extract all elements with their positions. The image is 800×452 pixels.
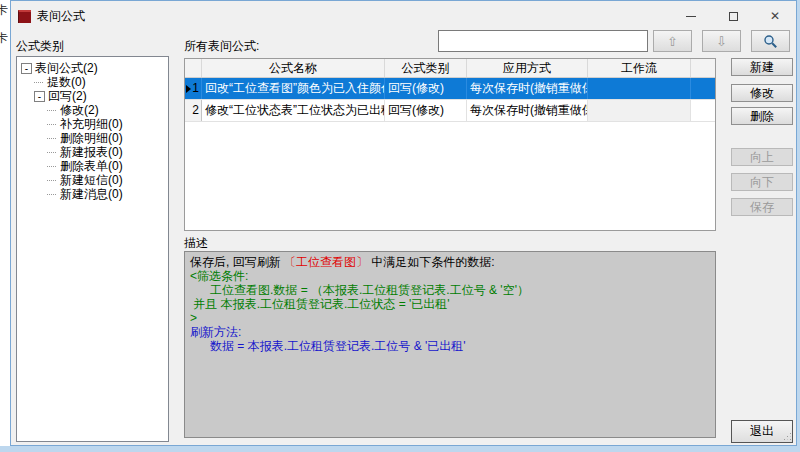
title-bar[interactable]: 表间公式 ✕ — [11, 1, 796, 31]
window-title: 表间公式 — [37, 8, 85, 25]
tree-item[interactable]: 删除表单(0) — [17, 159, 168, 173]
collapse-icon[interactable]: - — [21, 63, 32, 74]
cell-formula-type[interactable]: 回写(修改) — [385, 78, 467, 99]
table-row[interactable]: 1回改“工位查看图”颜色为已入住颜色回写(修改)每次保存时(撤销重做保 — [185, 78, 715, 100]
description-segment: 工位查看图.数据 = （本报表.工位租赁登记表.工位号 & '空'） — [190, 283, 529, 297]
move-up-button[interactable]: 向上 — [731, 148, 793, 166]
tree-item[interactable]: -表间公式(2) — [17, 61, 168, 75]
tree-branch-line — [47, 152, 56, 153]
description-segment: 保存后, 回写刷新 — [190, 255, 284, 269]
minimize-button[interactable] — [670, 1, 712, 31]
cell-formula-type[interactable]: 回写(修改) — [385, 100, 467, 121]
collapse-icon[interactable]: - — [34, 91, 45, 102]
tree-item-label: 表间公式(2) — [35, 61, 98, 75]
tree-branch-line — [47, 138, 56, 139]
cell-workflow[interactable] — [588, 78, 691, 99]
tree-branch-line — [47, 180, 56, 181]
tree-item[interactable]: 修改(2) — [17, 103, 168, 117]
screen: { "window": { "title": "表间公式", "minimize… — [0, 0, 800, 452]
formula-grid: 公式名称公式类别应用方式工作流 1回改“工位查看图”颜色为已入住颜色回写(修改)… — [184, 58, 716, 231]
background-window-left: 卡 卡 — [0, 0, 10, 446]
new-button[interactable]: 新建 — [731, 58, 793, 76]
background-text-fragment: 卡 — [0, 2, 8, 19]
arrow-up-icon: ⇧ — [667, 34, 678, 49]
cell-apply-mode[interactable]: 每次保存时(撤销重做保 — [467, 78, 588, 99]
cell-formula-name[interactable]: 修改“工位状态表”工位状态为已出租 — [202, 100, 385, 121]
arrow-down-icon: ⇩ — [716, 34, 727, 49]
search-button[interactable] — [751, 30, 790, 52]
category-label: 公式类别 — [16, 38, 64, 55]
minimize-icon — [686, 16, 696, 17]
description-segment: 中满足如下条件的数据: — [368, 255, 495, 269]
description-line: <筛选条件: — [190, 269, 710, 283]
tree-item[interactable]: 新建短信(0) — [17, 173, 168, 187]
tree-item[interactable]: 补充明细(0) — [17, 117, 168, 131]
tree-branch-line — [34, 82, 43, 83]
delete-button[interactable]: 删除 — [731, 107, 793, 125]
tree-branch-line — [47, 194, 56, 195]
tree-branch-line — [47, 124, 56, 125]
close-icon: ✕ — [770, 10, 780, 22]
app-icon — [18, 10, 31, 23]
tree-item-label: 新建短信(0) — [60, 173, 123, 187]
background-window-bottom — [0, 446, 800, 452]
close-button[interactable]: ✕ — [754, 1, 796, 31]
tree-item[interactable]: 提数(0) — [17, 75, 168, 89]
description-label: 描述 — [184, 235, 208, 252]
find-next-button[interactable]: ⇩ — [702, 30, 741, 52]
tree-item[interactable]: -回写(2) — [17, 89, 168, 103]
row-header-corner — [185, 59, 202, 77]
row-header[interactable]: 2 — [185, 100, 202, 121]
row-filler — [691, 78, 715, 99]
row-number: 2 — [192, 100, 199, 121]
tree-item-label: 删除明细(0) — [60, 131, 123, 145]
formula-dialog: 表间公式 ✕ 公式类别 所有表间公式: ⇧ ⇩ -表间公式(2)提数(0)-回写… — [10, 0, 797, 446]
description-line: 数据 = 本报表.工位租赁登记表.工位号 & '已出租' — [190, 339, 710, 353]
resize-grip-icon[interactable] — [787, 436, 788, 437]
column-header[interactable]: 公式名称 — [202, 59, 385, 77]
description-line: 工位查看图.数据 = （本报表.工位租赁登记表.工位号 & '空'） — [190, 283, 710, 297]
description-line: 保存后, 回写刷新 〔工位查看图〕 中满足如下条件的数据: — [190, 255, 710, 269]
table-row[interactable]: 2修改“工位状态表”工位状态为已出租回写(修改)每次保存时(撤销重做保 — [185, 100, 715, 122]
grid-body: 1回改“工位查看图”颜色为已入住颜色回写(修改)每次保存时(撤销重做保2修改“工… — [185, 78, 715, 122]
tree-item[interactable]: 删除明细(0) — [17, 131, 168, 145]
description-segment: > — [190, 311, 197, 325]
current-row-icon — [186, 85, 191, 93]
row-header[interactable]: 1 — [185, 78, 202, 99]
tree-branch-line — [47, 110, 56, 111]
cell-apply-mode[interactable]: 每次保存时(撤销重做保 — [467, 100, 588, 121]
move-down-button[interactable]: 向下 — [731, 173, 793, 191]
exit-button[interactable]: 退出 — [731, 420, 793, 443]
grid-header: 公式名称公式类别应用方式工作流 — [185, 59, 715, 78]
description-segment: 〔工位查看图〕 — [284, 255, 368, 269]
tree-item-label: 新建报表(0) — [60, 145, 123, 159]
tree-item-label: 补充明细(0) — [60, 117, 123, 131]
cell-workflow[interactable] — [588, 100, 691, 121]
column-header[interactable]: 应用方式 — [467, 59, 588, 77]
maximize-button[interactable] — [712, 1, 754, 31]
magnifier-icon — [763, 34, 778, 49]
background-text-fragment: 卡 — [0, 30, 8, 47]
tree-item[interactable]: 新建报表(0) — [17, 145, 168, 159]
description-line: > — [190, 311, 710, 325]
description-segment: 刷新方法: — [190, 325, 241, 339]
description-line: 并且 本报表.工位租赁登记表.工位状态 = '已出租' — [190, 297, 710, 311]
window-controls: ✕ — [670, 1, 796, 31]
description-line: 刷新方法: — [190, 325, 710, 339]
tree-item-label: 回写(2) — [48, 89, 87, 103]
tree-item-label: 新建消息(0) — [60, 187, 123, 201]
modify-button[interactable]: 修改 — [731, 84, 793, 102]
column-header[interactable]: 公式类别 — [385, 59, 467, 77]
description-segment: <筛选条件: — [190, 269, 248, 283]
column-header[interactable]: 工作流 — [588, 59, 691, 77]
save-button[interactable]: 保存 — [731, 198, 793, 216]
row-filler — [691, 100, 715, 121]
header-filler — [691, 59, 715, 77]
tree-item-label: 删除表单(0) — [60, 159, 123, 173]
description-segment: 数据 = 本报表.工位租赁登记表.工位号 & '已出租' — [190, 339, 466, 353]
tree-item[interactable]: 新建消息(0) — [17, 187, 168, 201]
find-previous-button[interactable]: ⇧ — [653, 30, 692, 52]
all-formulas-label: 所有表间公式: — [184, 38, 259, 55]
cell-formula-name[interactable]: 回改“工位查看图”颜色为已入住颜色 — [202, 78, 385, 99]
search-input[interactable] — [438, 30, 648, 52]
